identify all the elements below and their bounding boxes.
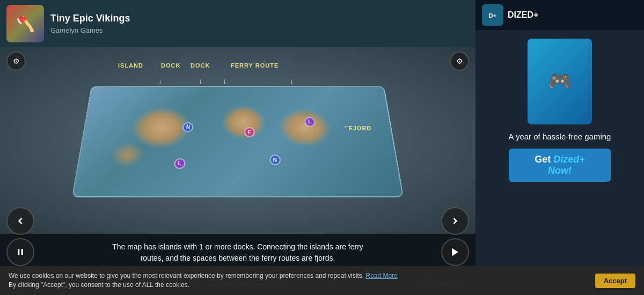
- cookie-accept-button[interactable]: Accept: [595, 274, 635, 288]
- ad-sidebar: D+ DIZED+ A year of hassle-free gaming G…: [475, 0, 644, 295]
- tutorial-area: ⚙ ⚙ ISLAND DOCK DOCK FERRY ROUTE N F L: [0, 47, 475, 271]
- game-publisher: Gamelyn Games: [50, 26, 130, 34]
- dock1-arrow: ↓: [199, 77, 202, 85]
- token-blue-1: N: [182, 122, 194, 132]
- fjord-label: FJORD: [349, 125, 371, 131]
- island-tokens: N F L L N: [73, 87, 402, 196]
- map-board: N F L L N: [72, 86, 404, 197]
- play-button[interactable]: [441, 238, 469, 266]
- token-purple-1: L: [304, 117, 316, 127]
- map-container: ISLAND DOCK DOCK FERRY ROUTE N F L L N: [0, 47, 475, 234]
- svg-text:D+: D+: [489, 12, 496, 19]
- dized-logo: D+: [482, 4, 503, 26]
- svg-rect-0: [18, 249, 19, 255]
- ad-cta-button[interactable]: Get Dized+ Now!: [509, 149, 611, 182]
- cookie-banner: We use cookies on our website to give yo…: [0, 266, 644, 295]
- svg-marker-2: [452, 248, 458, 256]
- ferry-arrow: ↓: [290, 77, 294, 85]
- dock1-label: DOCK: [161, 62, 180, 69]
- dized-logo-icon: D+: [485, 7, 501, 23]
- settings-right-button[interactable]: ⚙: [450, 51, 469, 71]
- token-pink-1: F: [244, 128, 254, 138]
- next-button[interactable]: [441, 207, 469, 235]
- dock2-label: DOCK: [191, 62, 210, 69]
- cookie-read-more-link[interactable]: Read More: [365, 272, 397, 279]
- svg-rect-1: [21, 249, 23, 255]
- cookie-text: We use cookies on our website to give yo…: [9, 271, 587, 290]
- game-thumbnail: [6, 5, 44, 42]
- island-label: ISLAND: [118, 62, 143, 69]
- prev-button[interactable]: [6, 207, 34, 235]
- ferry-label: FERRY ROUTE: [231, 62, 279, 69]
- token-purple-2: L: [174, 158, 186, 169]
- token-blue-2: N: [269, 155, 281, 166]
- game-title: Tiny Epic Vikings: [50, 13, 130, 24]
- settings-left-button[interactable]: ⚙: [6, 51, 26, 71]
- pause-button[interactable]: [6, 238, 34, 266]
- dock2-arrow: ↓: [223, 77, 226, 85]
- ad-header: D+ DIZED+: [475, 0, 644, 30]
- description-text: The map has islands with 1 or more docks…: [104, 241, 372, 264]
- island-arrow: ↓: [158, 77, 162, 85]
- game-info: Tiny Epic Vikings Gamelyn Games: [50, 13, 130, 34]
- ad-headline: A year of hassle-free gaming: [509, 131, 611, 142]
- dized-brand: DIZED+: [508, 10, 538, 20]
- game-header: Tiny Epic Vikings Gamelyn Games: [0, 0, 475, 47]
- ad-product-image: [528, 39, 592, 124]
- fjord-arrow-icon: ←: [342, 121, 352, 132]
- ad-content: A year of hassle-free gaming Get Dized+ …: [500, 30, 620, 295]
